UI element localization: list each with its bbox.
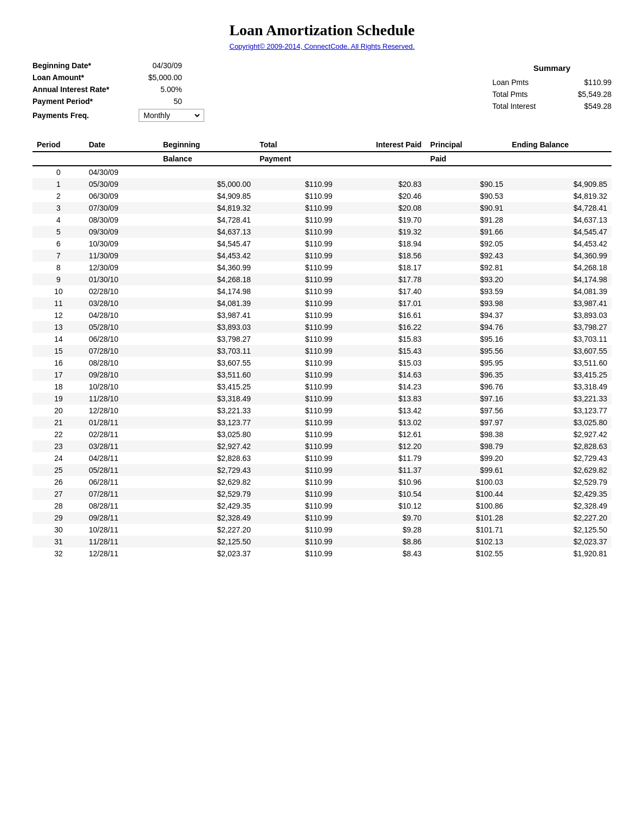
table-cell: 2 <box>32 190 84 202</box>
table-cell: 12/30/09 <box>84 262 159 274</box>
amortization-table: Period Date Beginning Total Interest Pai… <box>32 138 612 560</box>
table-cell: $110.99 <box>255 417 337 428</box>
total-pmts-value: $5,549.28 <box>568 90 612 99</box>
table-cell: 3 <box>32 202 84 214</box>
table-cell: 20 <box>32 405 84 417</box>
header-ending-balance: Ending Balance <box>508 138 612 152</box>
table-cell: $93.98 <box>426 297 508 309</box>
table-row: 610/30/09$4,545.47$110.99$18.94$92.05$4,… <box>32 238 612 250</box>
table-cell: 07/28/10 <box>84 345 159 357</box>
header-principal-paid: Principal <box>426 138 508 152</box>
table-cell: $110.99 <box>255 250 337 262</box>
table-cell: $92.81 <box>426 262 508 274</box>
table-cell: $110.99 <box>255 285 337 297</box>
table-cell: $100.03 <box>426 476 508 488</box>
loan-pmts-row: Loan Pmts $110.99 <box>492 78 612 87</box>
table-cell: $4,728.41 <box>159 214 255 226</box>
table-cell: 32 <box>32 548 84 560</box>
table-cell: 11 <box>32 297 84 309</box>
table-cell: 22 <box>32 428 84 440</box>
table-cell: $11.37 <box>337 464 426 476</box>
payments-freq-select[interactable]: Monthly Weekly Bi-Weekly Quarterly Semi-… <box>141 110 201 120</box>
table-cell: 05/30/09 <box>84 178 159 190</box>
table-cell: $4,360.99 <box>159 262 255 274</box>
table-cell: $110.99 <box>255 369 337 381</box>
table-row: 105/30/09$5,000.00$110.99$20.83$90.15$4,… <box>32 178 612 190</box>
table-cell: $18.56 <box>337 250 426 262</box>
table-cell: $18.17 <box>337 262 426 274</box>
table-cell: $2,429.35 <box>508 488 612 500</box>
annual-interest-label: Annual Interest Rate* <box>32 85 130 94</box>
table-row: 1406/28/10$3,798.27$110.99$15.83$95.16$3… <box>32 333 612 345</box>
summary-title: Summary <box>492 63 612 73</box>
table-row: 307/30/09$4,819.32$110.99$20.08$90.91$4,… <box>32 202 612 214</box>
table-cell: $110.99 <box>255 333 337 345</box>
table-cell: $100.44 <box>426 488 508 500</box>
total-interest-row: Total Interest $549.28 <box>492 102 612 110</box>
table-cell: $2,023.37 <box>508 536 612 548</box>
table-row: 2606/28/11$2,629.82$110.99$10.96$100.03$… <box>32 476 612 488</box>
table-cell: $95.95 <box>426 357 508 369</box>
table-cell: $110.99 <box>255 178 337 190</box>
table-cell: $3,025.80 <box>159 428 255 440</box>
table-cell: 21 <box>32 417 84 428</box>
table-row: 2404/28/11$2,828.63$110.99$11.79$99.20$2… <box>32 452 612 464</box>
table-cell: $2,328.49 <box>159 512 255 524</box>
table-cell: $110.99 <box>255 226 337 238</box>
table-cell: $14.63 <box>337 369 426 381</box>
beginning-date-label: Beginning Date* <box>32 61 130 70</box>
table-cell: 4 <box>32 214 84 226</box>
table-cell: $2,125.50 <box>159 536 255 548</box>
table-cell: 8 <box>32 262 84 274</box>
table-cell: $1,920.81 <box>508 548 612 560</box>
table-cell: 04/30/09 <box>84 166 159 178</box>
payment-period-label: Payment Period* <box>32 97 130 106</box>
table-cell: $4,909.85 <box>508 178 612 190</box>
table-cell: $2,529.79 <box>508 476 612 488</box>
table-cell <box>337 166 426 178</box>
table-cell: 19 <box>32 393 84 405</box>
table-cell: 09/28/11 <box>84 512 159 524</box>
table-cell: 01/28/11 <box>84 417 159 428</box>
table-row: 3010/28/11$2,227.20$110.99$9.28$101.71$2… <box>32 524 612 536</box>
table-cell: $110.99 <box>255 405 337 417</box>
table-cell: $17.01 <box>337 297 426 309</box>
table-row: 2101/28/11$3,123.77$110.99$13.02$97.97$3… <box>32 417 612 428</box>
header-interest-blank <box>337 152 426 166</box>
header-date-blank <box>84 152 159 166</box>
table-cell: 06/28/10 <box>84 333 159 345</box>
table-cell: $4,174.98 <box>508 274 612 285</box>
table-cell: $3,415.25 <box>508 369 612 381</box>
table-cell: $96.35 <box>426 369 508 381</box>
table-row: 1810/28/10$3,415.25$110.99$14.23$96.76$3… <box>32 381 612 393</box>
table-row: 2909/28/11$2,328.49$110.99$9.70$101.28$2… <box>32 512 612 524</box>
table-cell: $5,000.00 <box>159 178 255 190</box>
table-cell: 06/28/11 <box>84 476 159 488</box>
table-cell: 24 <box>32 452 84 464</box>
table-row: 1507/28/10$3,703.11$110.99$15.43$95.56$3… <box>32 345 612 357</box>
table-cell: $3,221.33 <box>159 405 255 417</box>
table-cell: 12/28/11 <box>84 548 159 560</box>
table-cell: $110.99 <box>255 464 337 476</box>
table-row: 1103/28/10$4,081.39$110.99$17.01$93.98$3… <box>32 297 612 309</box>
table-cell: $110.99 <box>255 214 337 226</box>
table-cell: 03/28/10 <box>84 297 159 309</box>
table-cell: $96.76 <box>426 381 508 393</box>
table-cell: 04/28/10 <box>84 309 159 321</box>
payments-freq-dropdown[interactable]: Monthly Weekly Bi-Weekly Quarterly Semi-… <box>139 109 204 122</box>
table-cell: $4,268.18 <box>159 274 255 285</box>
table-cell: $95.56 <box>426 345 508 357</box>
table-cell <box>426 166 508 178</box>
table-row: 3212/28/11$2,023.37$110.99$8.43$102.55$1… <box>32 548 612 560</box>
annual-interest-value: 5.00% <box>139 85 182 94</box>
table-cell: $110.99 <box>255 297 337 309</box>
table-cell: 01/30/10 <box>84 274 159 285</box>
total-interest-value: $549.28 <box>568 102 612 110</box>
table-cell: $98.38 <box>426 428 508 440</box>
table-cell: $3,798.27 <box>508 321 612 333</box>
table-row: 1204/28/10$3,987.41$110.99$16.61$94.37$3… <box>32 309 612 321</box>
table-cell: $10.54 <box>337 488 426 500</box>
table-cell: 11/28/10 <box>84 393 159 405</box>
table-cell: $18.94 <box>337 238 426 250</box>
table-cell: $110.99 <box>255 238 337 250</box>
